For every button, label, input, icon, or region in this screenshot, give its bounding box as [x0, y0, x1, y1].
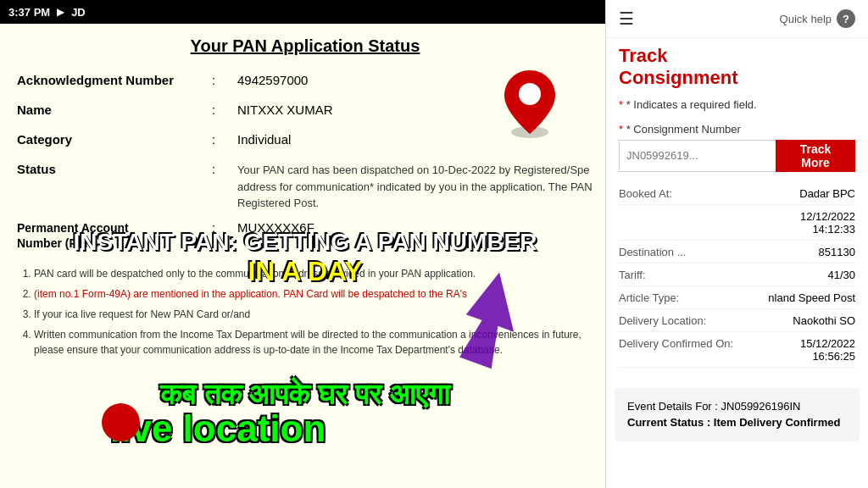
detail-booked-time: 12/12/202214:12:33: [619, 210, 855, 241]
name-label: Name: [17, 103, 212, 117]
track-panel: ☰ Quick help ? TrackConsignment * * Indi…: [605, 0, 868, 488]
track-more-button[interactable]: Track More: [776, 140, 855, 172]
detail-delivery-location: Delivery Location: Naokothi SO: [619, 314, 855, 332]
help-button[interactable]: ?: [837, 9, 855, 28]
svg-point-1: [519, 83, 541, 105]
svg-marker-2: [452, 267, 531, 372]
status-text: Your PAN card has been dispatched on 10-…: [237, 162, 593, 195]
status-label: Status: [17, 162, 212, 176]
overlay-line1: INSTANT PAN: GETTING A PAN NUMBER: [0, 229, 610, 256]
purple-arrow: [432, 263, 542, 373]
overlay-live: live location: [110, 408, 602, 450]
status-text2: Registered Post.: [237, 195, 593, 212]
event-details-section: Event Details For : JN059926196IN Curren…: [615, 388, 860, 441]
acknowledgment-value: 4942597000: [237, 73, 308, 87]
consignment-form: * * Consignment Number Track More: [606, 116, 868, 179]
quick-help-label: Quick help: [780, 13, 832, 25]
event-status: Current Status : Item Delivery Confirmed: [627, 414, 847, 431]
required-note: * * Indicates a required field.: [606, 93, 868, 116]
red-circle-overlay: [102, 403, 140, 441]
detail-delivery-confirmed: Delivery Confirmed On: 15/12/202216:56:2…: [619, 337, 855, 368]
track-title-section: TrackConsignment: [606, 38, 868, 93]
consignment-field-label: * * Consignment Number: [619, 123, 855, 136]
detail-article-type: Article Type: nland Speed Post: [619, 291, 855, 309]
consignment-number-input[interactable]: [619, 140, 776, 172]
event-title: Event Details For : JN059926196IN: [627, 398, 847, 415]
name-value: NITXXX XUMAR: [237, 103, 333, 117]
name-colon: :: [212, 103, 237, 117]
user-id: JD: [71, 6, 86, 19]
detail-destination: Destination ... 851130: [619, 246, 855, 263]
category-colon: :: [212, 132, 237, 147]
category-label: Category: [17, 132, 212, 147]
detail-booked-at: Booked At: Dadar BPC: [619, 187, 855, 205]
status-colon: :: [212, 162, 237, 176]
pan-title: Your PAN Application Status: [17, 36, 593, 56]
track-title-text: TrackConsignment: [619, 45, 855, 90]
quick-help-section: Quick help ?: [780, 9, 855, 28]
hamburger-menu[interactable]: ☰: [619, 8, 634, 29]
status-time: 3:37 PM: [8, 6, 50, 19]
acknowledgment-colon: :: [212, 73, 237, 87]
overlay-hindi: कब तक आपके घर पर आएगा: [0, 378, 610, 412]
youtube-icon: ▶: [57, 6, 64, 18]
consignment-input-row: Track More: [619, 140, 855, 172]
track-header: ☰ Quick help ?: [606, 0, 868, 38]
acknowledgment-label: Acknowledgment Number: [17, 73, 212, 87]
category-value: Individual: [237, 132, 291, 147]
status-bar: 3:37 PM ▶ JD: [0, 0, 610, 24]
location-pin: [500, 66, 559, 141]
detail-tariff: Tariff: 41/30: [619, 269, 855, 286]
tracking-details: Booked At: Dadar BPC 12/12/202214:12:33 …: [606, 179, 868, 381]
status-row: Status : Your PAN card has been dispatch…: [17, 162, 593, 212]
